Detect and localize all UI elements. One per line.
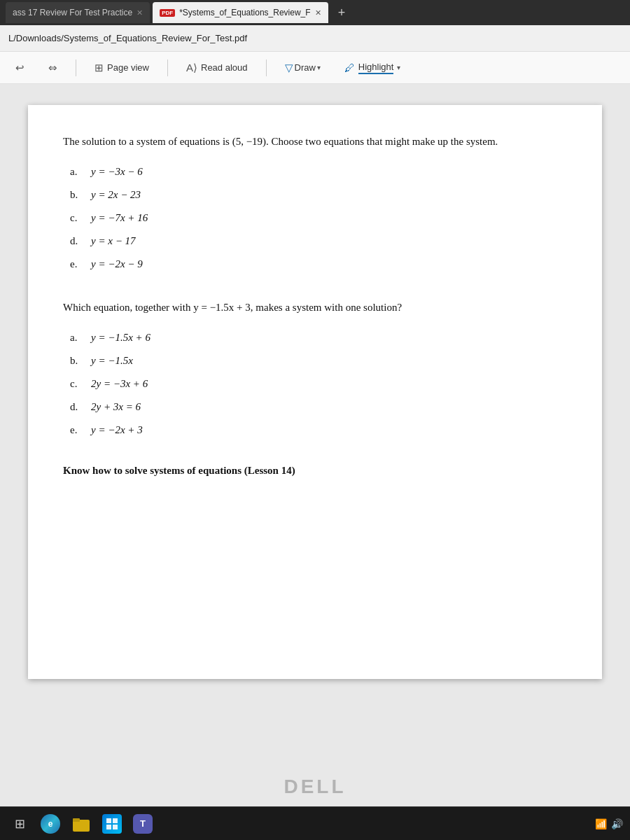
tab-pdf[interactable]: PDF *Systems_of_Equations_Review_F ✕ <box>153 2 328 23</box>
start-button[interactable]: ⊞ <box>7 811 32 836</box>
highlight-chevron-icon: ▾ <box>397 64 400 71</box>
option-text: 2y = −3x + 6 <box>91 374 148 393</box>
back-icon: ↩ <box>15 62 24 74</box>
highlight-button[interactable]: 🖊 Highlight ▾ <box>339 59 407 77</box>
list-item: d. y = x − 17 <box>70 232 567 251</box>
list-item: a. y = −1.5x + 6 <box>70 328 567 347</box>
separator-3 <box>266 59 267 76</box>
content-area: The solution to a system of equations is… <box>0 84 630 806</box>
option-label: a. <box>70 328 84 347</box>
list-item: b. y = −1.5x <box>70 351 567 370</box>
new-tab-button[interactable]: + <box>334 6 350 20</box>
pdf-badge: PDF <box>160 9 175 17</box>
question-1-block: The solution to a system of equations is… <box>63 133 567 274</box>
list-item: e. y = −2x + 3 <box>70 421 567 440</box>
page-view-button[interactable]: ⊞ Page view <box>89 59 155 77</box>
option-text: y = −2x − 9 <box>91 255 143 274</box>
microsoft-teams-icon: T <box>133 814 153 834</box>
option-text: y = −3x − 6 <box>91 162 143 181</box>
svg-rect-2 <box>106 818 111 823</box>
read-aloud-icon: A⟩ <box>186 62 197 74</box>
read-aloud-button[interactable]: A⟩ Read aloud <box>181 59 253 77</box>
question-2-block: Which equation, together with y = −1.5x … <box>63 299 567 440</box>
list-item: c. y = −7x + 16 <box>70 209 567 227</box>
fit-width-icon: ⇔ <box>48 62 57 74</box>
list-item: e. y = −2x − 9 <box>70 255 567 274</box>
question-2-options: a. y = −1.5x + 6 b. y = −1.5x c. 2y = −3… <box>63 328 567 440</box>
separator-2 <box>167 59 168 76</box>
taskbar-right: 📶 🔊 <box>595 818 623 830</box>
svg-rect-5 <box>113 825 118 830</box>
option-label: a. <box>70 162 84 181</box>
option-label: d. <box>70 398 84 416</box>
dell-watermark: DELL <box>284 776 346 798</box>
sound-icon: 🔊 <box>611 818 623 830</box>
draw-icon: ▽ <box>285 62 293 74</box>
folder-icon <box>71 814 91 834</box>
option-label: e. <box>70 421 84 440</box>
separator-1 <box>76 59 76 76</box>
svg-rect-1 <box>73 818 80 822</box>
list-item: a. y = −3x − 6 <box>70 162 567 181</box>
toolbar: ↩ ⇔ ⊞ Page view A⟩ Read aloud ▽ Draw ▾ 🖊… <box>0 52 630 84</box>
question-1-options: a. y = −3x − 6 b. y = 2x − 23 c. y = −7x… <box>63 162 567 274</box>
draw-button[interactable]: ▽ Draw ▾ <box>279 59 326 77</box>
option-label: e. <box>70 255 84 274</box>
question-2-text: Which equation, together with y = −1.5x … <box>63 299 567 316</box>
list-item: c. 2y = −3x + 6 <box>70 374 567 393</box>
store-icon[interactable] <box>99 811 125 836</box>
section-header: Know how to solve systems of equations (… <box>63 465 567 477</box>
option-label: d. <box>70 232 84 251</box>
address-text: L/Downloads/Systems_of_Equations_Review_… <box>8 33 247 43</box>
back-button[interactable]: ↩ <box>10 59 30 77</box>
edge-icon: e <box>41 814 60 834</box>
option-text: y = 2x − 23 <box>91 186 141 204</box>
highlight-label: Highlight <box>358 62 394 74</box>
tab-first[interactable]: ass 17 Review For Test Practice ✕ <box>6 2 150 23</box>
read-aloud-label: Read aloud <box>201 62 248 73</box>
draw-chevron-icon: ▾ <box>317 64 321 71</box>
option-label: c. <box>70 209 84 227</box>
fit-width-button[interactable]: ⇔ <box>43 59 63 77</box>
taskbar: ⊞ e T 📶 🔊 <box>0 806 630 840</box>
file-explorer-icon[interactable] <box>69 811 94 836</box>
option-text: y = −7x + 16 <box>91 209 148 227</box>
option-text: y = −2x + 3 <box>91 421 143 440</box>
tab-pdf-close[interactable]: ✕ <box>315 8 321 18</box>
option-text: y = −1.5x + 6 <box>91 328 150 347</box>
draw-label: Draw <box>295 62 316 73</box>
option-text: y = x − 17 <box>91 232 136 251</box>
windows-icon: ⊞ <box>15 816 25 832</box>
svg-rect-4 <box>106 825 111 830</box>
teams-icon[interactable]: T <box>130 811 155 836</box>
option-text: 2y + 3x = 6 <box>91 398 141 416</box>
edge-browser-icon[interactable]: e <box>38 811 63 836</box>
svg-rect-3 <box>113 818 118 823</box>
pdf-page: The solution to a system of equations is… <box>28 105 602 679</box>
wifi-icon: 📶 <box>595 818 607 830</box>
option-label: b. <box>70 186 84 204</box>
tab-first-close[interactable]: ✕ <box>136 8 143 18</box>
tab-pdf-label: *Systems_of_Equations_Review_F <box>179 8 310 18</box>
option-text: y = −1.5x <box>91 351 133 370</box>
list-item: d. 2y + 3x = 6 <box>70 398 567 416</box>
page-view-icon: ⊞ <box>94 62 104 74</box>
tab-first-label: ass 17 Review For Test Practice <box>13 8 132 18</box>
option-label: c. <box>70 374 84 393</box>
highlight-icon: 🖊 <box>344 62 355 74</box>
list-item: b. y = 2x − 23 <box>70 186 567 204</box>
question-1-text: The solution to a system of equations is… <box>63 133 567 150</box>
option-label: b. <box>70 351 84 370</box>
title-bar: ass 17 Review For Test Practice ✕ PDF *S… <box>0 0 630 25</box>
page-view-label: Page view <box>107 62 149 73</box>
address-bar: L/Downloads/Systems_of_Equations_Review_… <box>0 25 630 52</box>
microsoft-store-icon <box>102 814 122 834</box>
